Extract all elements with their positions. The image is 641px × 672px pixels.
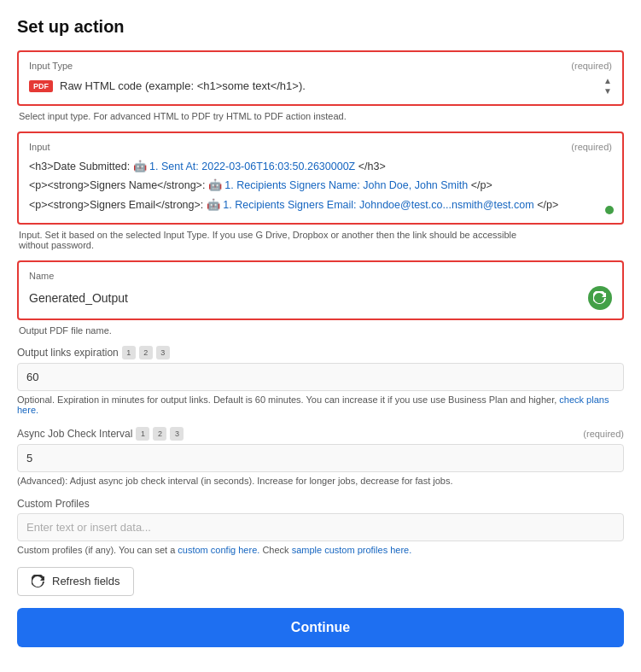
async-hint: (Advanced): Adjust async job check inter… <box>17 476 624 486</box>
arrow-up-icon[interactable]: ▲ <box>603 76 612 85</box>
output-links-label: Output links expiration <box>17 347 119 359</box>
output-links-group: Output links expiration 1 2 3 <box>17 346 624 391</box>
input-label-row: Input (required) <box>29 142 612 152</box>
input-type-field-group: Input Type (required) PDF Raw HTML code … <box>17 50 624 106</box>
input-type-content: PDF Raw HTML code (example: <h1>some tex… <box>29 79 603 92</box>
name-label-row: Name <box>29 271 612 281</box>
input-line-3: <p><strong>Signers Email</strong>: 🤖 1. … <box>29 196 612 214</box>
custom-profiles-group: Custom Profiles <box>17 498 624 541</box>
input-required: (required) <box>571 142 612 152</box>
custom-profiles-label: Custom Profiles <box>17 498 90 510</box>
async-interval-group: Async Job Check Interval 1 2 3 (required… <box>17 427 624 472</box>
green-status-dot <box>605 206 614 214</box>
refresh-label: Refresh fields <box>52 575 119 587</box>
refresh-fields-button[interactable]: Refresh fields <box>17 567 134 596</box>
name-label: Name <box>29 271 54 281</box>
output-links-badge-3[interactable]: 3 <box>156 346 170 359</box>
input-field-hint: Input. Set it based on the selected Inpu… <box>17 230 624 250</box>
name-field-group: Name Generated_Output <box>17 260 624 320</box>
async-badge-3[interactable]: 3 <box>170 427 184 441</box>
custom-profiles-input[interactable] <box>17 513 624 541</box>
name-refresh-icon[interactable] <box>588 286 612 310</box>
pdf-icon: PDF <box>29 80 53 92</box>
output-links-hint-2: and higher, <box>510 394 557 405</box>
custom-profiles-hint: Custom profiles (if any). You can set a … <box>17 545 624 555</box>
input-field-group: Input (required) <h3>Date Submitted: 🤖 1… <box>17 131 624 225</box>
continue-button[interactable]: Continue <box>17 608 624 647</box>
input-field-content[interactable]: <h3>Date Submitted: 🤖 1. Sent At: 2022-0… <box>29 157 612 214</box>
input-type-label: Input Type <box>29 61 73 71</box>
input-line-1: <h3>Date Submitted: 🤖 1. Sent At: 2022-0… <box>29 157 612 176</box>
sample-profiles-link[interactable]: sample custom profiles here. <box>292 545 412 555</box>
page-title: Set up action <box>17 17 624 37</box>
arrow-down-icon[interactable]: ▼ <box>603 86 612 96</box>
async-interval-input[interactable] <box>17 444 624 472</box>
output-links-label-row: Output links expiration 1 2 3 <box>17 346 624 359</box>
input-type-required: (required) <box>571 61 612 71</box>
input-hint-1: Input. Set it based on the selected Inpu… <box>19 230 516 240</box>
input-label: Input <box>29 142 50 152</box>
input-type-label-row: Input Type (required) <box>29 61 612 71</box>
output-links-hint: Optional. Expiration in minutes for outp… <box>17 394 624 415</box>
name-value[interactable]: Generated_Output <box>29 291 588 305</box>
output-links-badge-2[interactable]: 2 <box>139 346 153 359</box>
output-links-input[interactable] <box>17 363 624 391</box>
custom-hint-2: Check <box>262 545 288 555</box>
input-type-value: Raw HTML code (example: <h1>some text</h… <box>60 79 306 92</box>
async-badge-2[interactable]: 2 <box>153 427 166 441</box>
name-row: Generated_Output <box>29 286 612 310</box>
async-required: (required) <box>583 429 624 439</box>
async-badge-1[interactable]: 1 <box>136 427 149 441</box>
input-type-hint: Select input type. For advanced HTML to … <box>17 111 624 121</box>
output-links-hint-1: Optional. Expiration in minutes for outp… <box>17 394 508 405</box>
async-label: Async Job Check Interval <box>17 428 132 440</box>
name-hint: Output PDF file name. <box>17 325 624 336</box>
custom-profiles-label-row: Custom Profiles <box>17 498 624 510</box>
input-type-row: PDF Raw HTML code (example: <h1>some tex… <box>29 76 612 96</box>
refresh-icon <box>32 575 45 588</box>
input-hint-2: without password. <box>19 240 94 250</box>
custom-hint-1: Custom profiles (if any). You can set a <box>17 545 175 555</box>
input-line-2: <p><strong>Signers Name</strong>: 🤖 1. R… <box>29 176 612 195</box>
output-links-badge-1[interactable]: 1 <box>122 346 136 359</box>
async-label-row: Async Job Check Interval 1 2 3 (required… <box>17 427 624 441</box>
custom-config-link[interactable]: custom config here. <box>178 545 259 555</box>
spinner-arrows[interactable]: ▲ ▼ <box>603 76 612 96</box>
